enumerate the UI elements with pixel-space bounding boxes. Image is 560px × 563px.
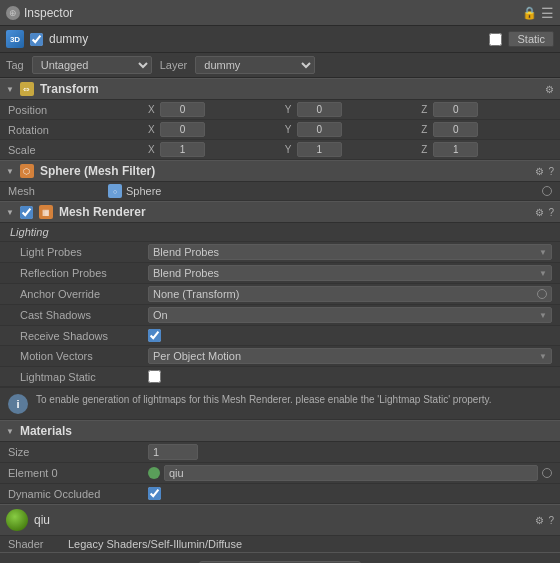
object-row: 3D dummy Static [0, 26, 560, 53]
tag-layer-row: Tag Untagged Layer dummy [0, 53, 560, 78]
lightmap-static-checkbox[interactable] [148, 370, 161, 383]
anchor-override-value: None (Transform) [153, 288, 239, 300]
motion-vectors-label: Motion Vectors [8, 350, 148, 362]
layer-label: Layer [160, 59, 188, 71]
qiu-name: qiu [34, 513, 529, 527]
transform-icon: ⇔ [20, 82, 34, 96]
cast-shadows-row: Cast Shadows On ▼ [0, 305, 560, 326]
lightmap-static-row: Lightmap Static [0, 367, 560, 387]
static-button[interactable]: Static [508, 31, 554, 47]
scale-y-label: Y [285, 144, 295, 155]
size-label: Size [8, 446, 148, 458]
sphere-mesh-settings-btn[interactable]: ⚙ [535, 166, 544, 177]
motion-vectors-value: Per Object Motion [153, 350, 241, 362]
title-text: Inspector [24, 6, 73, 20]
motion-vectors-arrow: ▼ [539, 352, 547, 361]
reflection-probes-label: Reflection Probes [8, 267, 148, 279]
receive-shadows-row: Receive Shadows [0, 326, 560, 346]
receive-shadows-checkbox[interactable] [148, 329, 161, 342]
shader-label: Shader [8, 538, 68, 550]
materials-header[interactable]: ▼ Materials [0, 420, 560, 442]
tag-label: Tag [6, 59, 24, 71]
mesh-picker[interactable] [542, 186, 552, 196]
lightmap-static-label: Lightmap Static [8, 371, 148, 383]
add-component-row: Add Component [0, 552, 560, 563]
sphere-mesh-filter-header[interactable]: ▼ ⬡ Sphere (Mesh Filter) ⚙ ? [0, 160, 560, 182]
shader-value: Legacy Shaders/Self-Illumin/Diffuse [68, 538, 552, 550]
scale-z-input[interactable] [433, 142, 478, 157]
rotation-label: Rotation [8, 124, 148, 136]
cast-shadows-dropdown[interactable]: On ▼ [148, 307, 552, 323]
static-checkbox[interactable] [489, 33, 502, 46]
cast-shadows-arrow: ▼ [539, 311, 547, 320]
rotation-z-input[interactable] [433, 122, 478, 137]
object-active-checkbox[interactable] [30, 33, 43, 46]
dynamic-occluded-checkbox[interactable] [148, 487, 161, 500]
position-y-input[interactable] [297, 102, 342, 117]
reflection-probes-arrow: ▼ [539, 269, 547, 278]
rotation-x-label: X [148, 124, 158, 135]
mesh-renderer-active[interactable] [20, 206, 33, 219]
mesh-renderer-settings-btn[interactable]: ⚙ [535, 207, 544, 218]
mesh-renderer-help-btn[interactable]: ? [548, 207, 554, 218]
scale-x-input[interactable] [160, 142, 205, 157]
light-probes-value: Blend Probes [153, 246, 219, 258]
reflection-probes-row: Reflection Probes Blend Probes ▼ [0, 263, 560, 284]
scale-label: Scale [8, 144, 148, 156]
reflection-probes-dropdown[interactable]: Blend Probes ▼ [148, 265, 552, 281]
light-probes-label: Light Probes [8, 246, 148, 258]
lighting-label: Lighting [0, 223, 560, 242]
mesh-row: Mesh ○ Sphere [0, 182, 560, 201]
material-color-circle [148, 467, 160, 479]
light-probes-row: Light Probes Blend Probes ▼ [0, 242, 560, 263]
transform-header[interactable]: ▼ ⇔ Transform ⚙ [0, 78, 560, 100]
mesh-renderer-icon: ▦ [39, 205, 53, 219]
qiu-settings-btn[interactable]: ⚙ [535, 515, 544, 526]
anchor-override-picker[interactable] [537, 289, 547, 299]
position-x-input[interactable] [160, 102, 205, 117]
motion-vectors-row: Motion Vectors Per Object Motion ▼ [0, 346, 560, 367]
reflection-probes-value: Blend Probes [153, 267, 219, 279]
menu-icon[interactable]: ☰ [541, 5, 554, 21]
element-0-input[interactable] [164, 465, 538, 481]
rotation-z-label: Z [421, 124, 431, 135]
size-row: Size [0, 442, 560, 463]
qiu-section: qiu ⚙ ? Shader Legacy Shaders/Self-Illum… [0, 504, 560, 552]
materials-arrow: ▼ [6, 427, 14, 436]
light-probes-arrow: ▼ [539, 248, 547, 257]
sphere-mesh-title: Sphere (Mesh Filter) [40, 164, 155, 178]
material-picker[interactable] [542, 468, 552, 478]
transform-settings-btn[interactable]: ⚙ [545, 84, 554, 95]
light-probes-dropdown[interactable]: Blend Probes ▼ [148, 244, 552, 260]
position-z-input[interactable] [433, 102, 478, 117]
mesh-renderer-header[interactable]: ▼ ▦ Mesh Renderer ⚙ ? [0, 201, 560, 223]
mesh-name: Sphere [126, 185, 161, 197]
title-icon: ⊕ [6, 6, 20, 20]
layer-select[interactable]: dummy [195, 56, 315, 74]
position-x-label: X [148, 104, 158, 115]
rotation-x-input[interactable] [160, 122, 205, 137]
dynamic-occluded-row: Dynamic Occluded [0, 484, 560, 504]
scale-y-input[interactable] [297, 142, 342, 157]
qiu-help-btn[interactable]: ? [548, 515, 554, 526]
qiu-header: qiu ⚙ ? [0, 505, 560, 535]
size-input[interactable] [148, 444, 198, 460]
position-label: Position [8, 104, 148, 116]
position-y-label: Y [285, 104, 295, 115]
tag-select[interactable]: Untagged [32, 56, 152, 74]
lock-icon[interactable]: 🔒 [522, 6, 537, 20]
motion-vectors-dropdown[interactable]: Per Object Motion ▼ [148, 348, 552, 364]
transform-arrow: ▼ [6, 85, 14, 94]
sphere-mesh-arrow: ▼ [6, 167, 14, 176]
receive-shadows-label: Receive Shadows [8, 330, 148, 342]
object-name: dummy [49, 32, 88, 46]
cast-shadows-label: Cast Shadows [8, 309, 148, 321]
info-text: To enable generation of lightmaps for th… [36, 393, 492, 414]
sphere-mesh-help-btn[interactable]: ? [548, 166, 554, 177]
anchor-override-dropdown[interactable]: None (Transform) [148, 286, 552, 302]
rotation-y-input[interactable] [297, 122, 342, 137]
dynamic-occluded-label: Dynamic Occluded [8, 488, 148, 500]
mesh-renderer-arrow: ▼ [6, 208, 14, 217]
mesh-renderer-title: Mesh Renderer [59, 205, 146, 219]
cast-shadows-value: On [153, 309, 168, 321]
